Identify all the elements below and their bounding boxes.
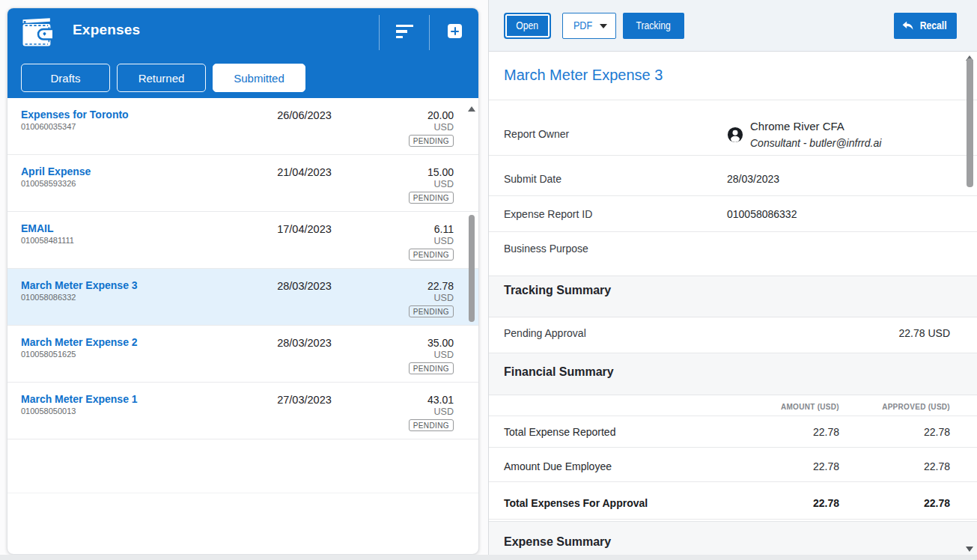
report-currency: USD [434,122,454,133]
scrollbar-thumb[interactable] [967,58,973,187]
report-link[interactable]: March Meter Expense 2 [21,336,453,348]
report-row[interactable]: Expenses for Toronto 010060035347 26/06/… [7,98,478,155]
submit-date-label: Submit Date [504,173,727,185]
approved-column-header: APPROVED (USD) [839,403,950,411]
report-id: 010058050013 [21,407,453,416]
report-link[interactable]: EMAIL [21,222,453,234]
report-link[interactable]: March Meter Expense 3 [21,279,453,291]
submit-date-row: Submit Date 28/03/2023 [489,156,977,196]
status-badge: PENDING [409,305,454,317]
tracking-summary-header: Tracking Summary [489,276,977,317]
fin-row-approved: 22.78 [839,460,950,472]
window-bottom-edge [0,555,977,560]
report-currency: USD [434,293,454,303]
financial-summary-header: Financial Summary [489,353,977,395]
tab-returned[interactable]: Returned [117,64,206,92]
pdf-label: PDF [573,19,591,31]
pending-approval-row: Pending Approval 22.78 USD [489,317,977,353]
avatar-icon [727,127,743,143]
report-detail-panel: Open PDF Tracking Recall March Meter Exp… [488,0,977,555]
report-row[interactable]: March Meter Expense 3 010058086332 28/03… [7,269,478,326]
report-row[interactable]: April Expense 010058593326 21/04/2023 15… [7,155,478,212]
report-date: 27/03/2023 [250,394,359,406]
fin-row-amount: 22.78 [728,497,839,509]
report-title-block: March Meter Expense 3 [489,52,977,100]
tab-drafts[interactable]: Drafts [21,64,110,92]
scroll-down-icon[interactable] [966,547,973,552]
recall-arrow-icon [902,21,913,31]
report-row[interactable]: March Meter Expense 2 010058051625 28/03… [7,326,478,383]
report-currency: USD [434,407,454,417]
report-link[interactable]: March Meter Expense 1 [21,393,453,405]
report-id: 010060035347 [21,122,453,131]
expenses-header: Expenses Drafts Returned Submitted [7,8,478,98]
status-badge: PENDING [409,419,454,431]
sort-icon [396,25,413,38]
open-button[interactable]: Open [504,13,551,39]
fin-row-approved: 22.78 [839,497,950,509]
fin-row-label: Total Expense Reported [504,426,728,438]
scroll-up-icon[interactable] [468,106,475,112]
report-owner-label: Report Owner [504,128,727,140]
financial-row-amount-due-employee: Amount Due Employee 22.78 22.78 [489,448,977,482]
report-date: 28/03/2023 [250,337,359,349]
report-currency: USD [434,236,454,246]
status-badge: PENDING [409,192,454,204]
wallet-icon [22,18,52,46]
report-currency: USD [434,179,454,189]
report-link[interactable]: Expenses for Toronto [21,109,453,121]
recall-button[interactable]: Recall [894,13,957,39]
recall-label: Recall [920,19,947,31]
list-scrollbar[interactable] [468,100,475,554]
status-badge: PENDING [409,135,454,147]
report-title: March Meter Expense 3 [504,67,977,84]
report-date: 17/04/2023 [250,223,359,235]
report-id: 010058086332 [21,293,453,302]
report-id: 010058593326 [21,179,453,188]
report-date: 26/06/2023 [250,109,359,121]
report-amount: 6.11 [434,223,454,235]
report-list: Expenses for Toronto 010060035347 26/06/… [7,98,478,493]
report-id: 010058481111 [21,236,453,245]
expenses-panel: Expenses Drafts Returned Submitted Expen… [7,7,479,555]
add-expense-button[interactable] [448,24,462,38]
owner-name: Chrome River CFA [750,118,881,135]
report-date: 21/04/2023 [250,166,359,178]
tracking-button[interactable]: Tracking [623,13,684,39]
list-empty-area [7,439,478,493]
report-link[interactable]: April Expense [21,165,453,177]
detail-toolbar: Open PDF Tracking Recall [489,0,977,52]
fin-row-label: Total Expenses For Approval [504,497,728,509]
report-date: 28/03/2023 [250,280,359,292]
report-amount: 20.00 [427,109,454,121]
business-purpose-row: Business Purpose [489,232,977,276]
report-currency: USD [434,350,454,360]
sort-button[interactable] [380,16,429,46]
fin-row-amount: 22.78 [728,460,839,472]
expense-summary-header: Expense Summary [489,521,977,555]
scrollbar-thumb[interactable] [469,215,475,322]
status-badge: PENDING [409,362,454,374]
status-badge: PENDING [409,249,454,261]
fin-row-label: Amount Due Employee [504,460,728,472]
financial-row-total-for-approval: Total Expenses For Approval 22.78 22.78 [489,482,977,520]
caret-down-icon [600,24,607,28]
pending-approval-label: Pending Approval [504,327,727,339]
report-amount: 15.00 [427,166,454,178]
header-separator [429,15,430,50]
pdf-dropdown-button[interactable]: PDF [562,13,616,39]
fin-row-amount: 22.78 [728,426,839,438]
detail-scrollbar[interactable] [965,52,974,555]
business-purpose-label: Business Purpose [504,243,727,255]
report-amount: 43.01 [427,394,454,406]
report-owner-row: Report Owner Chrome River CFA Consultant… [489,100,977,156]
panel-title: Expenses [73,22,140,38]
report-row[interactable]: EMAIL 010058481111 17/04/2023 6.11 USD P… [7,212,478,269]
tracking-label: Tracking [636,19,671,31]
report-row[interactable]: March Meter Expense 1 010058050013 27/03… [7,383,478,439]
tab-submitted[interactable]: Submitted [213,64,305,92]
open-label: Open [517,19,539,31]
amount-column-header: AMOUNT (USD) [728,403,839,411]
report-id: 010058051625 [21,350,453,359]
financial-row-total-expense-reported: Total Expense Reported 22.78 22.78 [489,416,977,448]
